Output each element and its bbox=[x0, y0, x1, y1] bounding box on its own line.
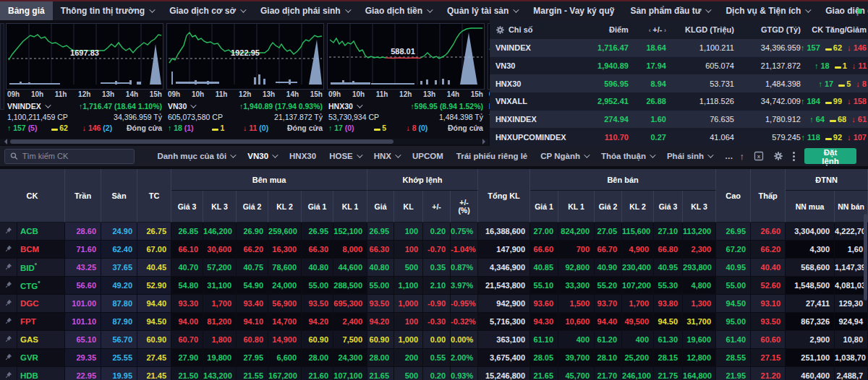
partial-selector[interactable]: HNXI bbox=[489, 102, 490, 111]
col-header-b-n-mua[interactable]: Bên mua bbox=[171, 169, 367, 191]
more-menu[interactable]: … bbox=[718, 152, 740, 160]
sell-price-2[interactable]: 28.10 bbox=[595, 349, 622, 367]
sell-price-2[interactable]: 27.05 bbox=[595, 223, 622, 241]
sell-price-3[interactable]: 66.80 bbox=[654, 241, 683, 259]
buy-price-2[interactable]: 40.75 bbox=[237, 259, 268, 277]
buy-price-3[interactable]: 27.90 bbox=[171, 349, 203, 367]
pin-icon[interactable] bbox=[0, 241, 17, 259]
sell-price-2[interactable]: 55.20 bbox=[595, 277, 622, 295]
col-header-gi-2[interactable]: Giá 2 bbox=[237, 191, 268, 223]
ticker-cell[interactable]: ACB bbox=[17, 223, 65, 241]
nav-item-2[interactable]: Thông tin thị trường bbox=[53, 1, 162, 20]
sell-price-3[interactable]: 28.15 bbox=[654, 349, 683, 367]
col-header-gi-3[interactable]: Giá 3 bbox=[171, 191, 203, 223]
buy-price-3[interactable]: 40.70 bbox=[171, 259, 203, 277]
nav-item-4[interactable]: Giao dịch phái sinh bbox=[252, 1, 357, 20]
buy-price-1[interactable]: 60.90 bbox=[302, 331, 333, 349]
pin-icon[interactable] bbox=[0, 277, 17, 295]
col-header-gi-1[interactable]: Giá 1 bbox=[302, 191, 333, 223]
ticker-cell[interactable]: FPT bbox=[17, 313, 65, 331]
sell-price-3[interactable]: 61.30 bbox=[654, 331, 683, 349]
stock-row-hdb[interactable]: HDB22.9519.9521.4521.50143,20021.55167,2… bbox=[0, 367, 868, 380]
col-header-kl-1[interactable]: KL 1 bbox=[333, 191, 367, 223]
pin-icon[interactable] bbox=[0, 313, 17, 331]
buy-price-1[interactable]: 93.50 bbox=[302, 295, 333, 313]
sell-price-3[interactable]: 21.75 bbox=[654, 367, 683, 380]
buy-price-1[interactable]: 21.60 bbox=[302, 367, 333, 380]
scrollbar-thumb[interactable] bbox=[10, 139, 393, 144]
board-tab-upcom[interactable]: UPCOM bbox=[406, 152, 450, 160]
stock-row-gas[interactable]: GAS65.1056.7060.9060.701,80060.8014,9006… bbox=[0, 331, 868, 349]
col-header-gi-1[interactable]: Giá 1 bbox=[530, 191, 558, 223]
pin-icon[interactable] bbox=[0, 295, 17, 313]
sell-price-1[interactable]: 21.65 bbox=[530, 367, 558, 380]
board-tab-hnx[interactable]: HNX bbox=[367, 152, 406, 160]
buy-price-3[interactable]: 54.80 bbox=[171, 277, 203, 295]
sell-price-3[interactable]: 27.10 bbox=[654, 223, 683, 241]
scroll-right-arrow-icon[interactable] bbox=[482, 139, 488, 144]
buy-price-2[interactable]: 26.90 bbox=[237, 223, 268, 241]
buy-price-1[interactable]: 26.95 bbox=[302, 223, 333, 241]
board-tab-danh-m-c-c-a-t-i[interactable]: Danh mục của tôi bbox=[150, 152, 241, 160]
stock-row-acb[interactable]: ACB28.6024.9026.7526.85146,20026.90259,6… bbox=[0, 223, 868, 241]
buy-price-2[interactable]: 27.95 bbox=[237, 349, 268, 367]
place-order-button[interactable]: Đặt lệnh bbox=[804, 148, 856, 164]
board-tab-hnx30[interactable]: HNX30 bbox=[283, 152, 323, 160]
board-tab-vn30[interactable]: VN30 bbox=[241, 152, 283, 160]
buy-price-2[interactable]: 93.40 bbox=[237, 295, 268, 313]
col-header-nn-mua[interactable]: NN mua bbox=[786, 191, 835, 223]
col-header-b-n-b-n[interactable]: Bên bán bbox=[530, 169, 716, 191]
pin-icon[interactable] bbox=[0, 349, 17, 367]
nav-item-5[interactable]: Giao dịch tiền bbox=[357, 1, 439, 20]
pin-icon[interactable] bbox=[0, 331, 17, 349]
col-header-gi-[interactable]: Giá bbox=[367, 191, 394, 223]
board-tab-th-a-thu-n[interactable]: Thỏa thuận bbox=[595, 152, 660, 160]
buy-price-3[interactable]: 66.10 bbox=[171, 241, 203, 259]
gear-icon[interactable] bbox=[495, 25, 505, 35]
col-header-kl-3[interactable]: KL 3 bbox=[203, 191, 237, 223]
buy-price-1[interactable]: 55.00 bbox=[302, 277, 333, 295]
col-header-kl-1[interactable]: KL 1 bbox=[558, 191, 595, 223]
stock-row-gvr[interactable]: GVR29.3525.5527.4527.9019,80027.956,6002… bbox=[0, 349, 868, 367]
nav-item-1[interactable]: Bảng giá bbox=[0, 1, 53, 20]
stock-row-ctg[interactable]: CTG°56.6049.2052.9054.8031,10054.9024,00… bbox=[0, 277, 868, 295]
settings-gear-icon[interactable] bbox=[773, 151, 783, 161]
buy-price-1[interactable]: 28.00 bbox=[302, 349, 333, 367]
sell-price-3[interactable]: 94.50 bbox=[654, 313, 683, 331]
ticker-cell[interactable]: CTG° bbox=[17, 277, 65, 295]
sell-price-2[interactable]: 40.90 bbox=[595, 259, 622, 277]
sell-price-1[interactable]: 66.60 bbox=[530, 241, 558, 259]
ticker-cell[interactable]: BID° bbox=[17, 259, 65, 277]
buy-price-1[interactable]: 94.20 bbox=[302, 313, 333, 331]
buy-price-3[interactable]: 94.00 bbox=[171, 313, 203, 331]
table-vertical-scrollbar[interactable] bbox=[864, 214, 867, 301]
buy-price-1[interactable]: 66.30 bbox=[302, 241, 333, 259]
stock-row-bcm[interactable]: BCM71.6062.4067.0066.1030,60066.2016,300… bbox=[0, 241, 868, 259]
search-input[interactable] bbox=[22, 152, 129, 160]
sell-price-2[interactable]: 93.70 bbox=[595, 295, 622, 313]
col-header-cao[interactable]: Cao bbox=[716, 169, 751, 223]
sell-price-1[interactable]: 94.30 bbox=[530, 313, 558, 331]
pin-icon[interactable] bbox=[0, 259, 17, 277]
col-header-kh-p-l-nh[interactable]: Khớp lệnh bbox=[367, 169, 478, 191]
index-row-vnindex[interactable]: VNINDEX1,716.4718.641,100.21134,396.959↑… bbox=[490, 39, 868, 57]
col-header-tr-n[interactable]: Trần bbox=[65, 169, 101, 223]
kebab-menu-icon[interactable] bbox=[793, 152, 795, 161]
buy-price-2[interactable]: 60.80 bbox=[237, 331, 268, 349]
col-header-tc[interactable]: TC bbox=[137, 169, 171, 223]
sell-price-2[interactable]: 66.70 bbox=[595, 241, 622, 259]
sell-price-2[interactable]: 94.40 bbox=[595, 313, 622, 331]
buy-price-1[interactable]: 40.80 bbox=[302, 259, 333, 277]
stock-row-fpt[interactable]: FPT101.1087.9094.5094.0081,20094.1014,70… bbox=[0, 313, 868, 331]
nav-item-3[interactable]: Giao dịch cơ sở bbox=[161, 1, 252, 20]
col-header-ck[interactable]: CK bbox=[0, 169, 65, 223]
ticker-cell[interactable]: GAS bbox=[17, 331, 65, 349]
nav-item-8[interactable]: Sản phẩm đầu tư bbox=[622, 1, 718, 20]
charts-horizontal-scrollbar[interactable] bbox=[0, 139, 488, 144]
ticker-cell[interactable]: DGC bbox=[17, 295, 65, 313]
sell-price-1[interactable]: 28.05 bbox=[530, 349, 558, 367]
sell-price-1[interactable]: 61.10 bbox=[530, 331, 558, 349]
buy-price-2[interactable]: 94.10 bbox=[237, 313, 268, 331]
buy-price-3[interactable]: 26.85 bbox=[171, 223, 203, 241]
vnindex-selector[interactable]: VNINDEX bbox=[7, 102, 49, 111]
